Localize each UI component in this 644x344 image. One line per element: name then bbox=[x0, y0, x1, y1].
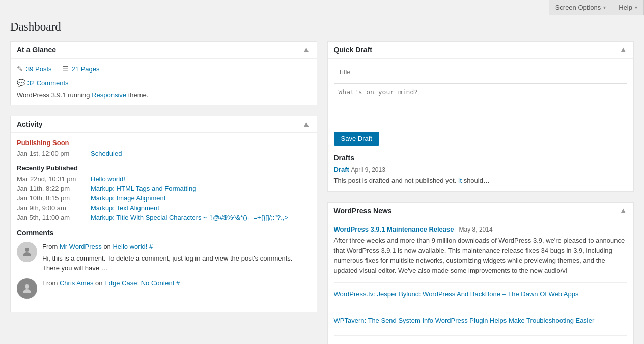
quick-draft-title: Quick Draft bbox=[334, 46, 372, 54]
left-column: At a Glance ▲ ✎ 39 Posts ☰ 21 Pages bbox=[10, 41, 317, 323]
quick-draft-body: Save Draft Drafts Draft April 9, 2013 Th… bbox=[328, 59, 634, 191]
comment-content-1: From Chris Ames on Edge Case: No Content… bbox=[42, 278, 180, 299]
news-item-2: WPTavern: The Send System Info WordPress… bbox=[334, 317, 628, 336]
comments-icon: 💬 bbox=[17, 79, 25, 87]
comment-meta-0: From Mr WordPress on Hello world! # bbox=[42, 242, 311, 252]
wp-news-collapse-icon[interactable]: ▲ bbox=[619, 207, 627, 215]
post-link-2[interactable]: Markup: Image Alignment bbox=[91, 194, 165, 202]
comment-author-1[interactable]: Chris Ames bbox=[60, 279, 93, 287]
post-link-0[interactable]: Hello world! bbox=[91, 175, 125, 183]
page-wrapper: Dashboard At a Glance ▲ ✎ 39 Posts bbox=[0, 15, 644, 344]
right-column: Quick Draft ▲ Save Draft Drafts Draft Ap… bbox=[327, 41, 634, 344]
at-a-glance-body: ✎ 39 Posts ☰ 21 Pages 💬 32 Comments Wo bbox=[11, 59, 317, 105]
wp-news-body: WordPress 3.9.1 Maintenance Release May … bbox=[328, 219, 634, 344]
post-date-4: Jan 5th, 11:00 am bbox=[17, 214, 83, 221]
post-row-3: Jan 9th, 9:00 am Markup: Text Alignment bbox=[17, 204, 311, 212]
comment-post-1[interactable]: Edge Case: No Content # bbox=[104, 279, 180, 287]
at-a-glance-header: At a Glance ▲ bbox=[11, 42, 317, 59]
at-a-glance-title: At a Glance bbox=[17, 46, 56, 54]
activity-body: Publishing Soon Jan 1st, 12:00 pm Schedu… bbox=[11, 133, 317, 312]
comments-section-title: Comments bbox=[17, 228, 311, 237]
news-excerpt-0: After three weeks and more than 9 millio… bbox=[334, 236, 628, 275]
quick-draft-collapse-icon[interactable]: ▲ bbox=[619, 46, 627, 54]
wp-news-header: WordPress News ▲ bbox=[328, 203, 634, 219]
scheduled-link[interactable]: Scheduled bbox=[91, 150, 122, 157]
drafts-title: Drafts bbox=[334, 154, 628, 162]
scheduled-row: Jan 1st, 12:00 pm Scheduled bbox=[17, 150, 311, 157]
page-title: Dashboard bbox=[10, 20, 634, 34]
at-a-glance-widget: At a Glance ▲ ✎ 39 Posts ☰ 21 Pages bbox=[10, 41, 317, 105]
activity-title: Activity bbox=[17, 120, 43, 128]
comments-link[interactable]: 32 Comments bbox=[27, 79, 69, 87]
comment-text-0: Hi, this is a comment. To delete a comme… bbox=[42, 253, 311, 273]
quick-draft-title-input[interactable] bbox=[334, 65, 628, 79]
post-row-2: Jan 10th, 8:15 pm Markup: Image Alignmen… bbox=[17, 194, 311, 202]
comments-stat-row: 💬 32 Comments bbox=[17, 79, 311, 87]
user-avatar-icon bbox=[21, 282, 33, 295]
default-avatar-icon bbox=[21, 246, 33, 258]
svg-point-0 bbox=[25, 248, 29, 252]
svg-point-1 bbox=[25, 284, 29, 289]
draft-item-0: Draft April 9, 2013 This post is drafted… bbox=[334, 165, 628, 185]
wp-news-title: WordPress News bbox=[334, 207, 392, 215]
post-link-1[interactable]: Markup: HTML Tags and Formatting bbox=[91, 185, 196, 192]
draft-date: April 9, 2013 bbox=[351, 166, 385, 174]
pages-stat: ☰ 21 Pages bbox=[62, 65, 100, 73]
activity-collapse-icon[interactable]: ▲ bbox=[302, 120, 311, 128]
news-link-0[interactable]: WordPress 3.9.1 Maintenance Release bbox=[334, 225, 454, 233]
theme-link[interactable]: Responsive bbox=[92, 91, 126, 99]
news-item-1: WordPress.tv: Jesper Bylund: WordPress A… bbox=[334, 290, 628, 309]
top-bar: Screen Options ▾ Help ▾ bbox=[0, 0, 644, 15]
comment-item-1: From Chris Ames on Edge Case: No Content… bbox=[17, 278, 311, 299]
publishing-soon-section: Publishing Soon Jan 1st, 12:00 pm Schedu… bbox=[17, 139, 311, 157]
pages-icon: ☰ bbox=[62, 65, 69, 73]
post-date-0: Mar 22nd, 10:31 pm bbox=[17, 175, 83, 183]
activity-header: Activity ▲ bbox=[11, 116, 317, 133]
help-arrow-icon: ▾ bbox=[635, 5, 637, 10]
post-link-4[interactable]: Markup: Title With Special Characters ~ … bbox=[91, 214, 288, 221]
comments-section: Comments From Mr WordPress on Hello worl… bbox=[17, 228, 311, 299]
news-title-row-0: WordPress 3.9.1 Maintenance Release May … bbox=[334, 225, 628, 233]
help-button[interactable]: Help ▾ bbox=[612, 0, 644, 15]
save-draft-button[interactable]: Save Draft bbox=[334, 132, 379, 146]
help-label: Help bbox=[619, 4, 632, 11]
comment-content-0: From Mr WordPress on Hello world! # Hi, … bbox=[42, 242, 311, 273]
scheduled-date: Jan 1st, 12:00 pm bbox=[17, 150, 83, 157]
dashboard-columns: At a Glance ▲ ✎ 39 Posts ☰ 21 Pages bbox=[10, 41, 634, 344]
quick-draft-header: Quick Draft ▲ bbox=[328, 42, 634, 59]
wp-version-text: WordPress 3.9.1 running Responsive theme… bbox=[17, 91, 311, 99]
recently-published-label: Recently Published bbox=[17, 164, 311, 172]
post-date-3: Jan 9th, 9:00 am bbox=[17, 204, 83, 212]
comment-meta-1: From Chris Ames on Edge Case: No Content… bbox=[42, 278, 180, 289]
comment-avatar-0 bbox=[17, 242, 37, 262]
posts-stat: ✎ 39 Posts bbox=[17, 65, 52, 73]
draft-read-more[interactable]: It bbox=[458, 177, 462, 184]
draft-link[interactable]: Draft bbox=[334, 166, 349, 174]
post-row-4: Jan 5th, 11:00 am Markup: Title With Spe… bbox=[17, 214, 311, 221]
pages-link[interactable]: 21 Pages bbox=[72, 65, 100, 73]
post-date-2: Jan 10th, 8:15 pm bbox=[17, 194, 83, 202]
activity-widget: Activity ▲ Publishing Soon Jan 1st, 12:0… bbox=[10, 116, 317, 312]
news-item-0: WordPress 3.9.1 Maintenance Release May … bbox=[334, 225, 628, 283]
news-link-2[interactable]: WPTavern: The Send System Info WordPress… bbox=[334, 317, 628, 324]
screen-options-button[interactable]: Screen Options ▾ bbox=[549, 0, 612, 15]
post-link-3[interactable]: Markup: Text Alignment bbox=[91, 204, 159, 212]
quick-draft-widget: Quick Draft ▲ Save Draft Drafts Draft Ap… bbox=[327, 41, 634, 192]
comment-post-0[interactable]: Hello world! # bbox=[113, 243, 153, 250]
comment-author-0[interactable]: Mr WordPress bbox=[60, 243, 102, 250]
screen-options-arrow-icon: ▾ bbox=[603, 5, 606, 10]
draft-excerpt: This post is drafted and not published y… bbox=[334, 176, 628, 186]
news-link-1[interactable]: WordPress.tv: Jesper Bylund: WordPress A… bbox=[334, 290, 628, 298]
news-date-0: May 8, 2014 bbox=[459, 226, 493, 233]
quick-draft-content-textarea[interactable] bbox=[334, 83, 628, 124]
posts-icon: ✎ bbox=[17, 65, 23, 73]
drafts-section: Drafts Draft April 9, 2013 This post is … bbox=[334, 154, 628, 185]
wp-news-widget: WordPress News ▲ WordPress 3.9.1 Mainten… bbox=[327, 202, 634, 344]
recently-published-section: Recently Published Mar 22nd, 10:31 pm He… bbox=[17, 164, 311, 221]
comment-item-0: From Mr WordPress on Hello world! # Hi, … bbox=[17, 242, 311, 273]
post-date-1: Jan 11th, 8:22 pm bbox=[17, 185, 83, 192]
posts-link[interactable]: 39 Posts bbox=[26, 65, 52, 73]
screen-options-label: Screen Options bbox=[555, 4, 601, 11]
publishing-soon-label: Publishing Soon bbox=[17, 139, 311, 147]
at-a-glance-collapse-icon[interactable]: ▲ bbox=[302, 46, 311, 54]
